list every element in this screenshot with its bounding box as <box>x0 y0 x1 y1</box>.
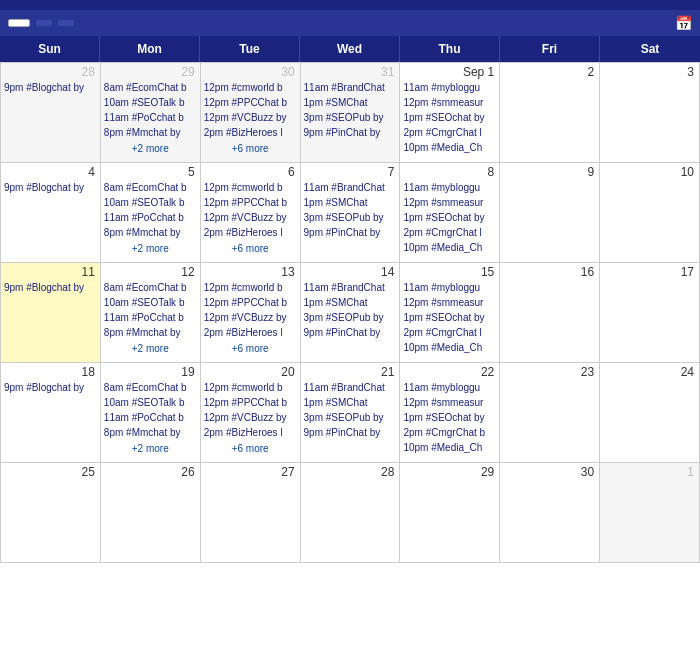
calendar-cell[interactable]: 1511am #mybloggu12pm #smmeasur1pm #SEOch… <box>400 263 500 363</box>
event-item[interactable]: 10am #SEOTalk b <box>104 296 197 310</box>
event-item[interactable]: 8am #EcomChat b <box>104 381 197 395</box>
event-item[interactable]: 2pm #BizHeroes l <box>204 126 297 140</box>
event-item[interactable]: 12pm #PPCChat b <box>204 96 297 110</box>
calendar-cell[interactable]: 612pm #cmworld b12pm #PPCChat b12pm #VCB… <box>201 163 301 263</box>
event-item[interactable]: 12pm #VCBuzz by <box>204 211 297 225</box>
more-events-link[interactable]: +2 more <box>104 343 197 354</box>
event-item[interactable]: 9pm #Blogchat by <box>4 281 97 295</box>
event-item[interactable]: 3pm #SEOPub by <box>304 411 397 425</box>
event-item[interactable]: 11am #BrandChat <box>304 281 397 295</box>
event-item[interactable]: 2pm #CmgrChat l <box>403 326 496 340</box>
event-item[interactable]: 2pm #CmgrChat l <box>403 226 496 240</box>
event-item[interactable]: 11am #BrandChat <box>304 381 397 395</box>
event-item[interactable]: 9pm #Blogchat by <box>4 181 97 195</box>
event-item[interactable]: 12pm #cmworld b <box>204 81 297 95</box>
event-item[interactable]: 10pm #Media_Ch <box>403 441 496 455</box>
event-item[interactable]: 1pm #SMChat <box>304 396 397 410</box>
event-item[interactable]: 11am #mybloggu <box>403 381 496 395</box>
event-item[interactable]: 8pm #Mmchat by <box>104 226 197 240</box>
calendar-cell[interactable]: 289pm #Blogchat by <box>1 63 101 163</box>
more-events-link[interactable]: +2 more <box>104 443 197 454</box>
event-item[interactable]: 12pm #VCBuzz by <box>204 111 297 125</box>
event-item[interactable]: 3pm #SEOPub by <box>304 111 397 125</box>
calendar-cell[interactable]: 25 <box>1 463 101 563</box>
calendar-cell[interactable]: 26 <box>101 463 201 563</box>
event-item[interactable]: 11am #PoCchat b <box>104 411 197 425</box>
calendar-cell[interactable]: 29 <box>400 463 500 563</box>
event-item[interactable]: 8am #EcomChat b <box>104 81 197 95</box>
event-item[interactable]: 11am #mybloggu <box>403 181 496 195</box>
calendar-cell[interactable]: 128am #EcomChat b10am #SEOTalk b11am #Po… <box>101 263 201 363</box>
event-item[interactable]: 10pm #Media_Ch <box>403 141 496 155</box>
event-item[interactable]: 12pm #VCBuzz by <box>204 311 297 325</box>
event-item[interactable]: 11am #mybloggu <box>403 81 496 95</box>
event-item[interactable]: 8am #EcomChat b <box>104 181 197 195</box>
calendar-cell[interactable]: 58am #EcomChat b10am #SEOTalk b11am #PoC… <box>101 163 201 263</box>
event-item[interactable]: 2pm #CmgrChat b <box>403 426 496 440</box>
event-item[interactable]: 9pm #PinChat by <box>304 426 397 440</box>
event-item[interactable]: 2pm #BizHeroes l <box>204 226 297 240</box>
more-events-link[interactable]: +6 more <box>204 143 297 154</box>
event-item[interactable]: 8pm #Mmchat by <box>104 326 197 340</box>
more-events-link[interactable]: +2 more <box>104 143 197 154</box>
event-item[interactable]: 11am #PoCchat b <box>104 311 197 325</box>
calendar-cell[interactable]: 298am #EcomChat b10am #SEOTalk b11am #Po… <box>101 63 201 163</box>
event-item[interactable]: 12pm #cmworld b <box>204 381 297 395</box>
calendar-cell[interactable]: 10 <box>600 163 700 263</box>
event-item[interactable]: 2pm #CmgrChat l <box>403 126 496 140</box>
event-item[interactable]: 1pm #SMChat <box>304 96 397 110</box>
calendar-cell[interactable]: 24 <box>600 363 700 463</box>
event-item[interactable]: 11am #BrandChat <box>304 181 397 195</box>
event-item[interactable]: 11am #PoCchat b <box>104 111 197 125</box>
calendar-cell[interactable]: 1312pm #cmworld b12pm #PPCChat b12pm #VC… <box>201 263 301 363</box>
event-item[interactable]: 11am #PoCchat b <box>104 211 197 225</box>
event-item[interactable]: 12pm #VCBuzz by <box>204 411 297 425</box>
calendar-cell[interactable]: 27 <box>201 463 301 563</box>
calendar-cell[interactable]: 30 <box>500 463 600 563</box>
event-item[interactable]: 12pm #smmeasur <box>403 96 496 110</box>
event-item[interactable]: 1pm #SEOchat by <box>403 211 496 225</box>
event-item[interactable]: 2pm #BizHeroes l <box>204 326 297 340</box>
calendar-cell[interactable]: 3111am #BrandChat1pm #SMChat3pm #SEOPub … <box>301 63 401 163</box>
calendar-cell[interactable]: 23 <box>500 363 600 463</box>
event-item[interactable]: 1pm #SMChat <box>304 196 397 210</box>
next-button[interactable] <box>58 20 74 26</box>
event-item[interactable]: 12pm #cmworld b <box>204 181 297 195</box>
event-item[interactable]: 2pm #BizHeroes l <box>204 426 297 440</box>
event-item[interactable]: 8pm #Mmchat by <box>104 426 197 440</box>
event-item[interactable]: 12pm #smmeasur <box>403 396 496 410</box>
event-item[interactable]: 8pm #Mmchat by <box>104 126 197 140</box>
calendar-cell[interactable]: 198am #EcomChat b10am #SEOTalk b11am #Po… <box>101 363 201 463</box>
calendar-cell[interactable]: 711am #BrandChat1pm #SMChat3pm #SEOPub b… <box>301 163 401 263</box>
more-events-link[interactable]: +6 more <box>204 243 297 254</box>
event-item[interactable]: 12pm #PPCChat b <box>204 296 297 310</box>
calendar-cell[interactable]: 119pm #Blogchat by <box>1 263 101 363</box>
calendar-cell[interactable]: 189pm #Blogchat by <box>1 363 101 463</box>
event-item[interactable]: 11am #BrandChat <box>304 81 397 95</box>
event-item[interactable]: 3pm #SEOPub by <box>304 211 397 225</box>
calendar-cell[interactable]: 3 <box>600 63 700 163</box>
event-item[interactable]: 1pm #SEOchat by <box>403 311 496 325</box>
calendar-cell[interactable]: 2012pm #cmworld b12pm #PPCChat b12pm #VC… <box>201 363 301 463</box>
more-events-link[interactable]: +6 more <box>204 343 297 354</box>
calendar-cell[interactable]: 2211am #mybloggu12pm #smmeasur1pm #SEOch… <box>400 363 500 463</box>
event-item[interactable]: 10am #SEOTalk b <box>104 196 197 210</box>
event-item[interactable]: 12pm #PPCChat b <box>204 196 297 210</box>
event-item[interactable]: 11am #mybloggu <box>403 281 496 295</box>
calendar-cell[interactable]: 16 <box>500 263 600 363</box>
event-item[interactable]: 8am #EcomChat b <box>104 281 197 295</box>
calendar-cell[interactable]: 2111am #BrandChat1pm #SMChat3pm #SEOPub … <box>301 363 401 463</box>
event-item[interactable]: 12pm #smmeasur <box>403 196 496 210</box>
event-item[interactable]: 9pm #PinChat by <box>304 226 397 240</box>
event-item[interactable]: 10am #SEOTalk b <box>104 96 197 110</box>
event-item[interactable]: 9pm #PinChat by <box>304 126 397 140</box>
prev-button[interactable] <box>36 20 52 26</box>
calendar-cell[interactable]: 49pm #Blogchat by <box>1 163 101 263</box>
event-item[interactable]: 12pm #cmworld b <box>204 281 297 295</box>
calendar-cell[interactable]: 811am #mybloggu12pm #smmeasur1pm #SEOcha… <box>400 163 500 263</box>
event-item[interactable]: 1pm #SEOchat by <box>403 411 496 425</box>
calendar-cell[interactable]: 1 <box>600 463 700 563</box>
calendar-cell[interactable]: 9 <box>500 163 600 263</box>
event-item[interactable]: 12pm #smmeasur <box>403 296 496 310</box>
event-item[interactable]: 10am #SEOTalk b <box>104 396 197 410</box>
